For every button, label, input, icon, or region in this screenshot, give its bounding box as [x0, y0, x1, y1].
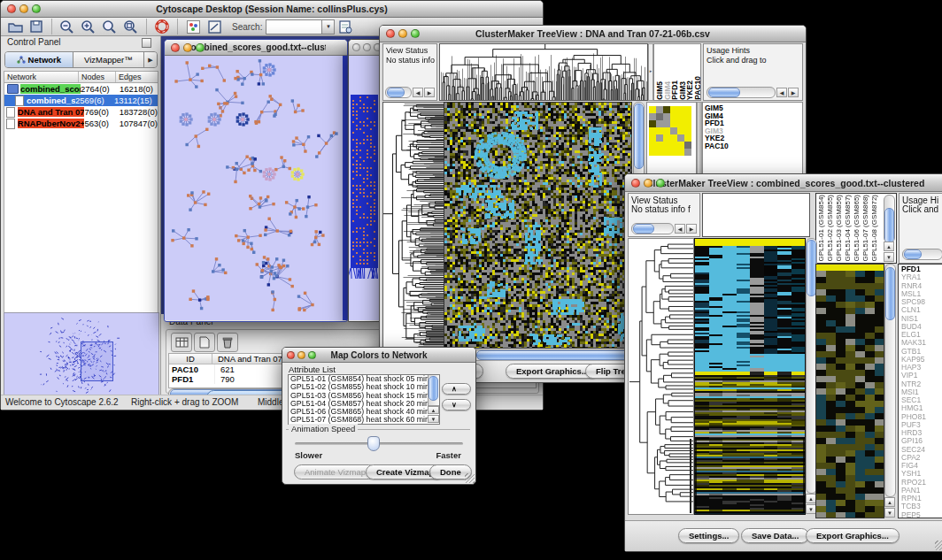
dialog-title-bar[interactable]: Map Colors to Network	[282, 348, 475, 363]
col-nodes[interactable]: Nodes	[79, 72, 116, 82]
tv2-status-hscrollbar[interactable]: ◀ ▶	[631, 223, 697, 234]
tv2-column-labels[interactable]: GPL51-01 (GSM854)GPL51-02 (GSM855)GPL51-…	[817, 193, 879, 262]
network-view-2-title-bar[interactable]	[349, 40, 381, 56]
tv2-labels-vscrollbar[interactable]: ▲ ▼	[884, 195, 895, 263]
tv2-column-label[interactable]: GPL51-01 (GSM854)	[817, 195, 826, 262]
hscroll-thumb[interactable]	[387, 88, 405, 97]
save-session-icon[interactable]	[27, 18, 46, 35]
attribute-list-vscrollbar[interactable]: ▲ ▼	[428, 375, 439, 424]
search-dropdown-icon[interactable]: ▼	[322, 19, 335, 35]
tv1-hints-hscrollbar[interactable]: ◀ ▶	[706, 87, 799, 98]
hscroll-thumb[interactable]	[904, 249, 922, 259]
scroll-up-icon[interactable]: ▲	[428, 406, 439, 414]
network-row-combined-sco-selected[interactable]: combined_sco 2569(6) 13112(15)	[4, 95, 158, 106]
scroll-left-icon[interactable]: ◀	[413, 88, 423, 97]
tv1-column-labels[interactable]: GIM5GIM4PFD1GIM3YKE2PAC10	[653, 43, 701, 101]
tv2-settings-button[interactable]: Settings...	[678, 528, 739, 543]
move-down-button[interactable]: ∨	[442, 399, 471, 410]
hscroll-thumb[interactable]	[708, 88, 740, 97]
col-edges[interactable]: Edges	[116, 72, 158, 82]
vscroll-thumb[interactable]	[884, 208, 894, 243]
vizmapper-icon[interactable]	[183, 18, 203, 35]
tv1-column-label[interactable]: PAC10	[694, 76, 702, 100]
tv2-export-graphics-button[interactable]: Export Graphics...	[806, 528, 900, 543]
tv2-heatmap[interactable]	[694, 238, 806, 515]
scroll-right-icon[interactable]: ▶	[424, 88, 435, 97]
minimize-button[interactable]	[363, 43, 371, 51]
network-row-rnapuber[interactable]: RNAPuberNov2+ 563(0) 107847(0)	[4, 118, 158, 129]
tv2-column-label[interactable]: GPL51-07 (GSM868)	[861, 195, 870, 262]
zoom-selected-icon[interactable]	[121, 18, 141, 35]
network-view-title-bar[interactable]: combined_scores_good.txt--cluste...	[165, 40, 347, 56]
data-col-id[interactable]: ID	[169, 354, 212, 364]
zoom-fit-icon[interactable]	[100, 18, 120, 35]
tv1-status-hscrollbar[interactable]: ◀ ▶	[385, 87, 435, 98]
tv2-column-label[interactable]: GPL51-06 (GSM865)	[853, 195, 861, 262]
vscroll-thumb[interactable]	[634, 104, 644, 169]
tv2-column-label[interactable]: GPL51-08 (GSM872)	[870, 195, 879, 262]
animate-vizmap-button[interactable]: Animate Vizmap	[294, 464, 376, 479]
zoom-button[interactable]	[196, 43, 205, 52]
scroll-right-icon[interactable]: ▶	[788, 88, 799, 97]
tv1-heatmap[interactable]	[444, 102, 632, 349]
resize-grip[interactable]	[935, 541, 942, 550]
close-button[interactable]	[386, 29, 395, 38]
tv2-row-dendrogram[interactable]	[628, 238, 694, 515]
tv2-zoom-vscrollbar[interactable]: ▲ ▼	[884, 264, 896, 518]
zoom-button[interactable]	[656, 179, 665, 188]
vscroll-thumb[interactable]	[885, 267, 895, 320]
close-button[interactable]	[631, 179, 640, 188]
attribute-select-icon[interactable]	[171, 333, 192, 352]
zoom-in-icon[interactable]	[79, 18, 98, 35]
scroll-left-icon[interactable]: ◀	[776, 88, 787, 97]
network-canvas-2[interactable]	[349, 56, 379, 320]
hscroll-thumb[interactable]	[633, 224, 654, 234]
attribute-listbox[interactable]: GPL51-01 (GSM854) heat shock 05 minGPL51…	[288, 374, 440, 425]
close-button[interactable]	[287, 351, 295, 359]
tv2-column-label[interactable]: GPL51-04 (GSM857)	[844, 195, 853, 262]
tv1-zoom-matrix[interactable]	[649, 106, 691, 156]
tab-overflow-button[interactable]: ▶	[144, 52, 157, 67]
scroll-up-icon[interactable]: ▲	[884, 497, 895, 507]
tv2-gene-label[interactable]: PEP5	[899, 511, 942, 519]
tab-network[interactable]: Network	[5, 52, 73, 67]
network-canvas[interactable]	[165, 56, 345, 320]
minimize-button[interactable]	[644, 179, 652, 188]
close-button[interactable]	[352, 43, 360, 51]
zoom-button[interactable]	[411, 29, 420, 38]
birdseye-view[interactable]	[4, 312, 159, 403]
network-row-combined-scores[interactable]: combined_scores 2764(0) 16218(0)	[4, 83, 158, 95]
zoom-button[interactable]	[308, 351, 316, 359]
minimize-button[interactable]	[183, 43, 192, 52]
tv1-gene-label[interactable]: PAC10	[703, 142, 802, 150]
zoom-button[interactable]	[32, 4, 41, 13]
tv2-hints-hscrollbar[interactable]	[902, 249, 942, 260]
scroll-right-icon[interactable]: ▶	[686, 224, 697, 234]
scroll-down-icon[interactable]: ▼	[884, 508, 895, 518]
tv2-zoom-heatmap[interactable]	[815, 264, 884, 518]
minimize-button[interactable]	[19, 4, 28, 13]
close-button[interactable]	[171, 43, 180, 52]
tv2-gene-list[interactable]: PFD1YRA1RNR4MSL1SPC98CLN1NIS1BUD4ELG1MAK…	[898, 264, 942, 518]
search-input[interactable]	[266, 19, 322, 35]
main-title-bar[interactable]: Cytoscape Desktop (Session Name: collins…	[1, 1, 543, 18]
tv2-column-label[interactable]: GPL51-03 (GSM856)	[835, 195, 844, 262]
scroll-left-icon[interactable]: ◀	[675, 224, 685, 234]
tv2-save-data-button[interactable]: Save Data...	[741, 528, 809, 543]
float-panel-icon[interactable]	[142, 38, 151, 48]
move-up-button[interactable]: ∧	[442, 383, 471, 395]
treeview1-title-bar[interactable]: ClusterMaker TreeView : DNA and Tran 07-…	[380, 26, 806, 42]
new-attribute-icon[interactable]	[194, 333, 215, 352]
speed-slider-thumb[interactable]	[367, 436, 380, 451]
hscroll-thumb[interactable]	[476, 350, 636, 360]
resize-grip[interactable]	[465, 473, 475, 483]
tab-vizmapper[interactable]: VizMapper™	[73, 52, 144, 67]
delete-attribute-icon[interactable]	[217, 333, 238, 352]
network-table-header[interactable]: Network Nodes Edges	[4, 72, 158, 83]
open-session-icon[interactable]	[5, 18, 25, 35]
scroll-up-icon[interactable]: ▲	[884, 242, 894, 251]
minimize-button[interactable]	[297, 351, 305, 359]
help-icon[interactable]	[152, 18, 172, 35]
attribute-browser-icon[interactable]	[336, 18, 355, 35]
tv1-row-dendrogram[interactable]	[382, 102, 444, 349]
